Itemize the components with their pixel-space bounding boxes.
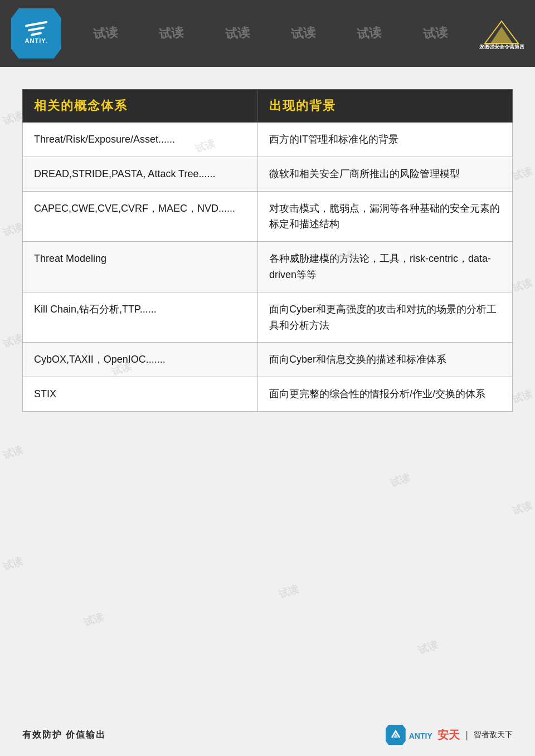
header: ANTIY. 试读 试读 试读 试读 试读 试读 奋发图强安全令营第四期 <box>0 0 535 67</box>
table-cell-left-0: Threat/Risk/Exposure/Asset...... <box>23 123 258 157</box>
table-cell-right-1: 微软和相关安全厂商所推出的风险管理模型 <box>257 157 512 191</box>
svg-text:奋发图强安全令营第四期: 奋发图强安全令营第四期 <box>479 43 524 49</box>
header-wm-3: 试读 <box>225 24 250 43</box>
header-wm-6: 试读 <box>422 24 448 43</box>
table-row: CAPEC,CWE,CVE,CVRF，MAEC，NVD......对攻击模式，脆… <box>23 191 513 242</box>
table-row: DREAD,STRIDE,PASTA, Attack Tree......微软和… <box>23 157 513 191</box>
table-cell-right-6: 面向更完整的综合性的情报分析/作业/交换的体系 <box>257 377 512 412</box>
footer-logo: ANTIY 安天 | 智者敌天下 <box>386 725 513 745</box>
table-row: CybOX,TAXII，OpenIOC.......面向Cyber和信息交换的描… <box>23 343 513 377</box>
header-watermarks: 试读 试读 试读 试读 试读 试读 <box>61 25 479 42</box>
table-cell-left-6: STIX <box>23 377 258 412</box>
table-row: STIX面向更完整的综合性的情报分析/作业/交换的体系 <box>23 377 513 412</box>
footer-logo-text: ANTIY 安天 <box>409 728 460 743</box>
wm-15: 试读 <box>277 582 300 602</box>
table-cell-left-2: CAPEC,CWE,CVE,CVRF，MAEC，NVD...... <box>23 191 258 242</box>
antiy-logo-right: 奋发图强安全令营第四期 <box>479 18 524 49</box>
footer-logo-sub: 智者敌天下 <box>474 730 513 740</box>
col1-header: 相关的概念体系 <box>23 90 258 123</box>
logo-line-3 <box>31 32 42 36</box>
footer: 有效防护 价值输出 ANTIY 安天 | 智者敌天下 <box>0 725 535 745</box>
col2-header: 出现的背景 <box>257 90 512 123</box>
table-cell-right-3: 各种威胁建模的方法论，工具，risk-centric，data-driven等等 <box>257 242 512 292</box>
wm-4: 试读 <box>1 443 25 462</box>
table-cell-left-5: CybOX,TAXII，OpenIOC....... <box>23 343 258 377</box>
concept-table: 相关的概念体系 出现的背景 Threat/Risk/Exposure/Asset… <box>22 89 513 412</box>
header-wm-2: 试读 <box>158 24 184 43</box>
header-wm-1: 试读 <box>93 24 118 43</box>
antiy-footer-label: ANTIY <box>409 731 432 740</box>
table-row: Kill Chain,钻石分析,TTP......面向Cyber和更高强度的攻击… <box>23 292 513 343</box>
svg-marker-1 <box>490 27 513 43</box>
table-cell-left-3: Threat Modeling <box>23 242 258 292</box>
main-content: 相关的概念体系 出现的背景 Threat/Risk/Exposure/Asset… <box>0 67 535 428</box>
table-row: Threat/Risk/Exposure/Asset......西方的IT管理和… <box>23 123 513 157</box>
wm-14: 试读 <box>82 610 105 630</box>
logo-line-2 <box>28 26 45 31</box>
table-cell-right-2: 对攻击模式，脆弱点，漏洞等各种基础的安全元素的标定和描述结构 <box>257 191 512 242</box>
table-cell-right-0: 西方的IT管理和标准化的背景 <box>257 123 512 157</box>
wm-13: 试读 <box>388 471 412 490</box>
table-row: Threat Modeling各种威胁建模的方法论，工具，risk-centri… <box>23 242 513 292</box>
header-wm-4: 试读 <box>290 24 316 43</box>
table-cell-right-5: 面向Cyber和信息交换的描述和标准体系 <box>257 343 512 377</box>
table-cell-left-1: DREAD,STRIDE,PASTA, Attack Tree...... <box>23 157 258 191</box>
table-cell-left-4: Kill Chain,钻石分析,TTP...... <box>23 292 258 343</box>
header-right-logo: 奋发图强安全令营第四期 <box>479 18 524 49</box>
table-cell-right-4: 面向Cyber和更高强度的攻击和对抗的场景的分析工具和分析方法 <box>257 292 512 343</box>
footer-brand-cn: 安天 <box>437 729 460 741</box>
wm-9: 试读 <box>510 499 534 518</box>
wm-5: 试读 <box>1 554 25 574</box>
wm-16: 试读 <box>416 638 440 657</box>
footer-logo-icon <box>386 725 406 745</box>
footer-divider: | <box>465 729 468 741</box>
footer-slogan: 有效防护 价值输出 <box>22 729 106 741</box>
header-wm-5: 试读 <box>356 24 382 43</box>
logo: ANTIY. <box>11 8 61 58</box>
logo-label: ANTIY. <box>25 37 48 44</box>
